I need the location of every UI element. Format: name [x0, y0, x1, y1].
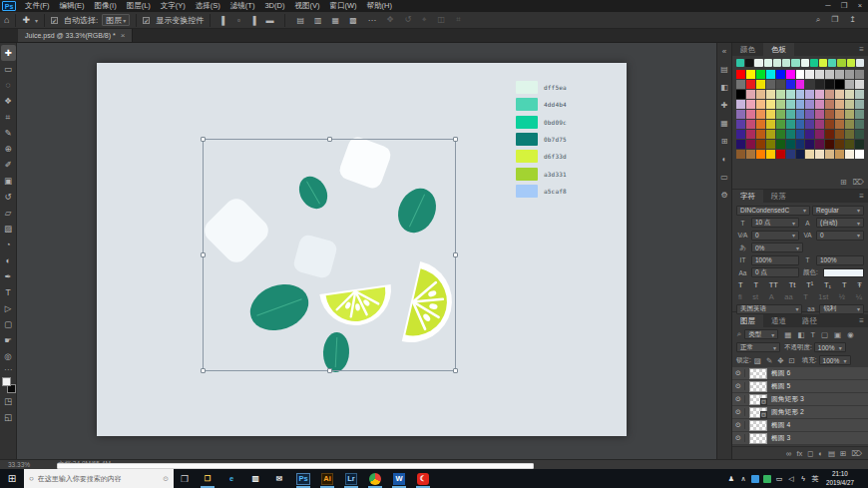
swatch-cell[interactable]	[805, 70, 814, 79]
swatch-cell[interactable]	[756, 100, 765, 109]
layer-thumbnail[interactable]: ▢	[749, 420, 767, 431]
distribute-button[interactable]: ▤	[294, 16, 306, 25]
swatch-cell[interactable]	[837, 59, 845, 67]
swatch-cell[interactable]	[786, 100, 795, 109]
taskbar-app-word[interactable]: W	[387, 469, 411, 488]
swatch-cell[interactable]	[736, 70, 745, 79]
layer-thumbnail[interactable]: ▢	[749, 394, 767, 405]
blend-mode-select[interactable]: 正常▾	[736, 342, 780, 352]
swatch-cell[interactable]	[776, 150, 785, 159]
maximize-button[interactable]: ❐	[836, 0, 852, 12]
layer-row[interactable]: ⊙ ▢ 椭圆 3	[732, 432, 868, 445]
swatch-cell[interactable]	[746, 80, 755, 89]
kerning-select[interactable]: 0▾	[751, 231, 799, 241]
layer-filter-button[interactable]: ▣	[833, 330, 842, 339]
swatch-cell[interactable]	[855, 70, 864, 79]
healing-brush-tool[interactable]: ⊕	[1, 141, 16, 157]
layer-visibility-eye-icon[interactable]: ⊙	[732, 421, 745, 429]
swatch-cell[interactable]	[855, 150, 864, 159]
swatch-cell[interactable]	[776, 100, 785, 109]
align-button[interactable]: ▐	[248, 16, 258, 25]
tracking-select[interactable]: 0▾	[816, 231, 864, 241]
menu-item[interactable]: 滤镜(T)	[225, 0, 260, 12]
vertical-scale-field[interactable]: 100%	[751, 255, 799, 265]
layers-footer-icon[interactable]: ◐	[818, 449, 823, 458]
tray-icon[interactable]: ♟	[727, 475, 735, 483]
swatch-cell[interactable]	[805, 90, 814, 99]
swatch-cell[interactable]	[819, 59, 827, 67]
shape-tool[interactable]: ▢	[1, 316, 16, 332]
taskbar-app-explorer[interactable]: ❒	[196, 469, 219, 488]
swatch-cell[interactable]	[756, 120, 765, 129]
panel-menu-icon[interactable]: ≡	[859, 190, 868, 203]
swatch-cell[interactable]	[815, 120, 824, 129]
text-color-chip[interactable]	[823, 268, 865, 277]
workspace-3d-button[interactable]: ◫	[436, 15, 448, 25]
opentype-button[interactable]: 1st	[818, 292, 828, 301]
swatch-cell[interactable]	[805, 130, 814, 139]
swatch-cell[interactable]	[825, 90, 834, 99]
font-size-select[interactable]: 10 点▾	[751, 218, 799, 228]
swatch-cell[interactable]	[776, 110, 785, 119]
taskbar-clock[interactable]: 21:10 2019/4/27	[823, 470, 857, 487]
swatch-cell[interactable]	[766, 120, 775, 129]
tray-icon[interactable]	[751, 475, 759, 483]
swatch-cell[interactable]	[766, 110, 775, 119]
opentype-button[interactable]: fi	[738, 292, 742, 301]
layer-row[interactable]: ⊙ ▢ 圆角矩形 3	[732, 393, 868, 406]
swatch-cell[interactable]	[815, 80, 824, 89]
layers-footer-icon[interactable]: ◻	[807, 449, 813, 458]
swatch-cell[interactable]	[835, 70, 844, 79]
opacity-field[interactable]: 100%▾	[814, 342, 846, 352]
swatch-cell[interactable]	[776, 140, 785, 149]
swatch-cell[interactable]	[766, 70, 775, 79]
swatch-cell[interactable]	[746, 140, 755, 149]
selection-handle[interactable]	[327, 137, 332, 142]
swatch-cell[interactable]	[756, 140, 765, 149]
menu-item[interactable]: 窗口(W)	[324, 0, 361, 12]
panel-strip-icon[interactable]: ⚙	[720, 191, 727, 200]
swatch-cell[interactable]	[756, 70, 765, 79]
taskbar-app-illustrator[interactable]: Ai	[315, 469, 339, 488]
tab-channels[interactable]: 通道	[763, 314, 794, 327]
swatch-cell[interactable]	[845, 130, 854, 139]
canvas[interactable]: dff5ea 4dd4b4 0bd09c 0b7d75	[97, 63, 627, 436]
swatch-cell[interactable]	[782, 59, 790, 67]
swatch-cell[interactable]	[825, 110, 834, 119]
swatch-cell[interactable]	[786, 130, 795, 139]
swatch-cell[interactable]	[746, 70, 755, 79]
swatch-cell[interactable]	[776, 80, 785, 89]
swatch-cell[interactable]	[815, 140, 824, 149]
layers-footer-icon[interactable]: fx	[796, 449, 802, 458]
lock-button[interactable]: ⊡	[788, 356, 796, 365]
swatch-cell[interactable]	[776, 90, 785, 99]
swatch-cell[interactable]	[773, 59, 781, 67]
workspace-3d-button[interactable]: ↺	[402, 15, 413, 25]
menu-item[interactable]: 选择(S)	[191, 0, 225, 12]
swatch-cell[interactable]	[766, 140, 775, 149]
swatch-cell[interactable]	[756, 130, 765, 139]
type-style-button[interactable]: Tt	[789, 280, 796, 289]
workspace-3d-button[interactable]: ⌖	[420, 15, 429, 25]
swatch-cell[interactable]	[810, 59, 818, 67]
layer-filter-button[interactable]: ▢	[820, 330, 829, 339]
type-tool[interactable]: T	[1, 284, 16, 300]
layer-name[interactable]: 椭圆 5	[771, 381, 790, 391]
minimize-button[interactable]: ─	[820, 0, 836, 12]
panel-strip-icon[interactable]: ▦	[720, 119, 728, 128]
swatch-cell[interactable]	[805, 150, 814, 159]
layer-row[interactable]: ⊙ ▢ 椭圆 5	[732, 380, 868, 393]
swatch-cell[interactable]	[776, 130, 785, 139]
menu-item[interactable]: 编辑(E)	[55, 0, 90, 12]
swatch-cell[interactable]	[746, 90, 755, 99]
swatch-cell[interactable]	[825, 70, 834, 79]
swatch-cell[interactable]	[825, 150, 834, 159]
opentype-button[interactable]: A	[769, 292, 774, 301]
layer-filter-select[interactable]: 类型▾	[744, 329, 778, 339]
menu-item[interactable]: 文字(Y)	[156, 0, 191, 12]
swatch-cell[interactable]	[736, 130, 745, 139]
taskbar-app-mail[interactable]: ✉	[267, 469, 291, 488]
swatch-cell[interactable]	[736, 110, 745, 119]
swatch-cell[interactable]	[756, 150, 765, 159]
swatch-cell[interactable]	[805, 110, 814, 119]
